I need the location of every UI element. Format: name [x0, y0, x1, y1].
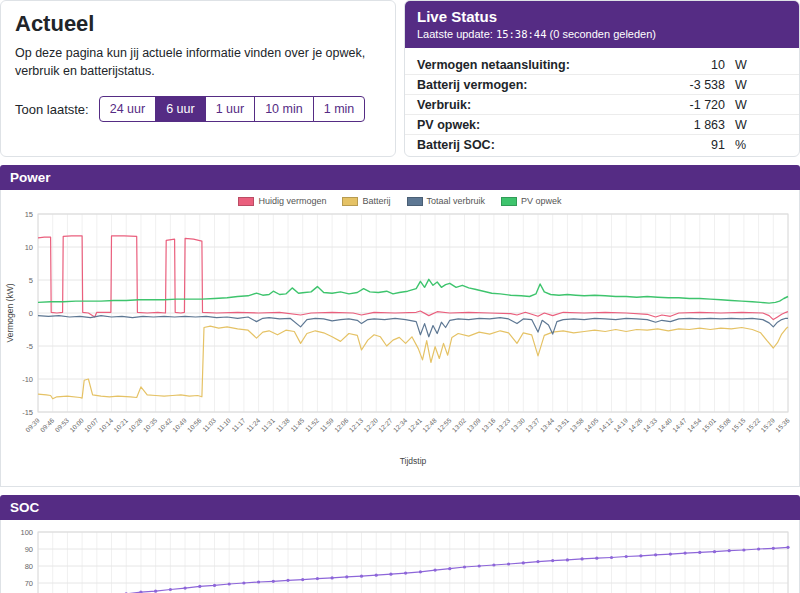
svg-text:70: 70 [25, 579, 33, 588]
svg-text:12:06: 12:06 [333, 417, 350, 434]
svg-text:15:22: 15:22 [745, 417, 762, 434]
svg-text:14:54: 14:54 [686, 417, 703, 434]
svg-text:11:59: 11:59 [319, 417, 336, 434]
svg-text:09:53: 09:53 [53, 417, 70, 434]
svg-text:11:17: 11:17 [230, 417, 247, 434]
svg-text:13:51: 13:51 [553, 417, 570, 434]
status-row: Verbruik:-1 720W [405, 95, 799, 115]
svg-text:12:48: 12:48 [421, 417, 438, 434]
soc-panel-header: SOC [0, 495, 800, 520]
status-row: PV opwek:1 863W [405, 115, 799, 135]
svg-text:14:26: 14:26 [627, 417, 644, 434]
soc-panel: SOC 09:3909:4609:5310:0010:0710:1410:211… [0, 495, 800, 593]
svg-text:13:02: 13:02 [451, 417, 468, 434]
power-panel-header: Power [0, 165, 800, 190]
legend-swatch [407, 197, 423, 206]
legend-label: PV opwek [521, 196, 562, 206]
intro-card: Actueel Op deze pagina kun jij actuele i… [0, 0, 396, 157]
svg-text:13:23: 13:23 [495, 417, 512, 434]
status-label: Vermogen netaansluiting: [417, 58, 661, 72]
svg-text:-5: -5 [26, 342, 33, 351]
svg-text:10:28: 10:28 [127, 417, 144, 434]
svg-text:11:03: 11:03 [201, 417, 218, 434]
svg-text:11:52: 11:52 [304, 417, 321, 434]
svg-text:12:13: 12:13 [348, 417, 365, 434]
legend-item-pv-opwek[interactable]: PV opwek [501, 196, 562, 206]
last-update-prefix: Laatste update: [417, 28, 493, 40]
range-button-1-uur[interactable]: 1 uur [205, 96, 256, 122]
legend-swatch [342, 197, 358, 206]
status-value: -3 538 [661, 78, 725, 92]
legend-item-batterij[interactable]: Batterij [342, 196, 390, 206]
legend-item-huidig-vermogen[interactable]: Huidig vermogen [238, 196, 326, 206]
svg-text:10:35: 10:35 [142, 417, 159, 434]
svg-text:90: 90 [25, 545, 33, 554]
range-button-6-uur[interactable]: 6 uur [155, 96, 206, 122]
svg-text:13:30: 13:30 [509, 417, 526, 434]
svg-text:15:08: 15:08 [715, 417, 732, 434]
svg-text:12:55: 12:55 [436, 417, 453, 434]
status-label: Batterij vermogen: [417, 78, 661, 92]
svg-text:-15: -15 [22, 408, 33, 417]
svg-text:Vermogen (kW): Vermogen (kW) [5, 283, 15, 342]
svg-text:10:49: 10:49 [171, 417, 188, 434]
svg-text:09:46: 09:46 [39, 417, 56, 434]
series-pv-opwek-line [38, 279, 788, 303]
svg-text:14:05: 14:05 [583, 417, 600, 434]
status-unit: W [735, 58, 751, 72]
status-unit: W [735, 78, 751, 92]
svg-text:11:38: 11:38 [274, 417, 291, 434]
svg-text:10:00: 10:00 [68, 417, 85, 434]
svg-text:10: 10 [25, 243, 33, 252]
power-panel-body: Huidig vermogenBatterijTotaal verbruikPV… [0, 190, 800, 487]
svg-text:Tijdstip: Tijdstip [400, 456, 427, 466]
status-label: Batterij SOC: [417, 138, 661, 152]
svg-text:11:10: 11:10 [216, 417, 233, 434]
power-chart: 09:3909:4609:5310:0010:0710:1410:2110:28… [4, 206, 796, 484]
svg-text:0: 0 [29, 309, 33, 318]
status-unit: W [735, 98, 751, 112]
soc-panel-body: 09:3909:4609:5310:0010:0710:1410:2110:28… [0, 520, 800, 593]
power-panel: Power Huidig vermogenBatterijTotaal verb… [0, 165, 800, 487]
top-row: Actueel Op deze pagina kun jij actuele i… [0, 0, 800, 157]
live-status-table: Vermogen netaansluiting:10WBatterij verm… [405, 48, 799, 156]
svg-text:-10: -10 [22, 375, 33, 384]
legend-item-totaal-verbruik[interactable]: Totaal verbruik [407, 196, 486, 206]
range-button-1-min[interactable]: 1 min [313, 96, 366, 122]
svg-text:14:33: 14:33 [642, 417, 659, 434]
range-button-10-min[interactable]: 10 min [254, 96, 314, 122]
svg-text:5: 5 [29, 276, 33, 285]
svg-text:15:29: 15:29 [759, 417, 776, 434]
svg-text:14:19: 14:19 [612, 417, 629, 434]
page-title: Actueel [15, 11, 381, 37]
svg-text:15:15: 15:15 [730, 417, 747, 434]
svg-text:11:31: 11:31 [260, 417, 277, 434]
status-value: -1 720 [661, 98, 725, 112]
range-button-24-uur[interactable]: 24 uur [99, 96, 156, 122]
svg-text:11:24: 11:24 [245, 417, 262, 434]
svg-text:10:14: 10:14 [98, 417, 115, 434]
legend-swatch [501, 197, 517, 206]
live-status-title: Live Status [417, 8, 787, 25]
svg-text:09:39: 09:39 [24, 417, 41, 434]
live-status-header: Live Status Laatste update: 15:38:44 (0 … [405, 1, 799, 48]
svg-text:14:47: 14:47 [671, 417, 688, 434]
status-value: 91 [661, 138, 725, 152]
svg-text:12:27: 12:27 [377, 417, 394, 434]
svg-text:10:07: 10:07 [83, 417, 100, 434]
last-update-time: 15:38:44 [496, 28, 547, 40]
svg-text:100: 100 [20, 528, 33, 537]
status-label: PV opwek: [417, 118, 661, 132]
svg-text:14:40: 14:40 [656, 417, 673, 434]
svg-text:11:45: 11:45 [289, 417, 306, 434]
power-chart-legend: Huidig vermogenBatterijTotaal verbruikPV… [4, 196, 796, 206]
svg-text:13:16: 13:16 [480, 417, 497, 434]
last-update-suffix: (0 seconden geleden) [550, 28, 656, 40]
svg-text:10:42: 10:42 [156, 417, 173, 434]
svg-text:14:12: 14:12 [598, 417, 615, 434]
status-value: 10 [661, 58, 725, 72]
page-description: Op deze pagina kun jij actuele informati… [15, 45, 381, 80]
series-totaal-verbruik-line [38, 316, 788, 337]
status-unit: W [735, 118, 751, 132]
series-soc-line [38, 547, 788, 593]
